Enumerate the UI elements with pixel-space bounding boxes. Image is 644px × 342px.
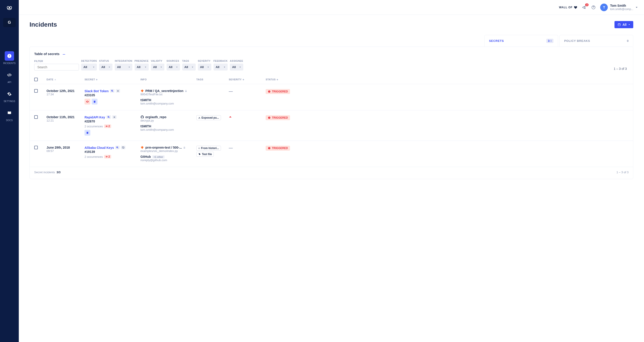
- repo-name[interactable]: PRM / QA_secretInjection: [140, 89, 196, 93]
- select-all-checkbox[interactable]: [34, 78, 38, 81]
- tag-chip[interactable]: Test file: [196, 152, 214, 157]
- wall-of-love-link[interactable]: WALL OF: [559, 6, 578, 9]
- secrets-card: Table of secrets FILTER DETECTORS All: [30, 47, 633, 179]
- sidebar-item-settings[interactable]: SETTINGS: [3, 88, 16, 104]
- filter-assignee[interactable]: All: [230, 64, 243, 71]
- tag-chip[interactable]: From histori...: [196, 146, 221, 151]
- chevron-down-icon: [239, 66, 241, 68]
- filter-tags[interactable]: All: [182, 64, 196, 71]
- filter-validity[interactable]: All: [151, 64, 164, 71]
- pager-bottom: 1 – 3 of 3: [616, 171, 628, 174]
- repo-name[interactable]: prm-onprem-test / 500-...: [140, 146, 196, 149]
- page-title: Incidents: [30, 21, 57, 28]
- row-checkbox[interactable]: [34, 115, 38, 119]
- author-email: tom.smith@company.com: [140, 102, 196, 105]
- clipboard-badge-icon: [84, 130, 90, 136]
- chevron-down-icon: [176, 66, 178, 68]
- row-time: 17:34: [46, 93, 84, 96]
- filter-presence[interactable]: All: [134, 64, 149, 71]
- secret-id: #19139: [84, 150, 140, 154]
- author-name: GitHub+1 other: [140, 155, 196, 158]
- row-checkbox[interactable]: [34, 146, 38, 149]
- filter-detectors[interactable]: All: [81, 64, 97, 71]
- svg-rect-10: [94, 100, 95, 101]
- secret-name-link[interactable]: Slack Bot Token: [84, 89, 109, 93]
- logo-icon: [5, 4, 14, 13]
- repo-name[interactable]: org/auth_repo: [140, 115, 196, 119]
- filter-status[interactable]: All: [99, 64, 112, 71]
- date-filter-button[interactable]: All: [614, 21, 633, 28]
- filter-label-tags: TAGS: [182, 60, 196, 62]
- chevron-down-icon: [93, 66, 94, 68]
- user-name: Tom Smith: [610, 4, 633, 8]
- tab-policy-breaks[interactable]: POLICY BREAKS 0: [560, 35, 633, 47]
- sidebar-item-api[interactable]: API: [3, 69, 16, 85]
- filter-label-assignee: ASSIGNEE: [230, 60, 243, 62]
- filter-label-validity: VALIDITY: [151, 60, 164, 62]
- col-info: INFO: [140, 78, 196, 81]
- svg-point-7: [37, 67, 37, 67]
- search-input-wrapper[interactable]: [34, 64, 79, 71]
- tab-secrets[interactable]: SECRETS 3/3: [484, 35, 558, 47]
- secret-name-link[interactable]: Alibaba Cloud Keys: [84, 146, 114, 150]
- svg-rect-19: [269, 118, 270, 118]
- ban-icon[interactable]: [121, 146, 126, 149]
- col-secret[interactable]: SECRET ◆: [84, 78, 140, 81]
- col-status[interactable]: STATUS ◆: [266, 78, 628, 81]
- search-input[interactable]: [37, 65, 76, 69]
- help-button[interactable]: [591, 5, 596, 10]
- wall-of-label: WALL OF: [559, 6, 573, 9]
- tab-policy-label: POLICY BREAKS: [564, 39, 590, 43]
- svg-rect-16: [87, 131, 88, 132]
- workspace-letter: G: [8, 20, 11, 25]
- file-path: 99543TestFile.txt: [140, 93, 196, 96]
- chevron-down-icon: [128, 66, 130, 68]
- author-email: tom.smith@company.com: [140, 128, 196, 131]
- col-severity[interactable]: SEVERITY ◆: [229, 78, 266, 81]
- sidebar: G INCIDENTS API SETTINGS DOCS: [0, 0, 19, 342]
- user-menu[interactable]: T Tom Smith tom.smith@comp...: [600, 4, 638, 11]
- settings-icon: [5, 89, 14, 99]
- chevron-down-icon: [628, 24, 630, 26]
- sidebar-label-incidents: INCIDENTS: [3, 62, 16, 65]
- chevron-down-icon: [636, 6, 638, 9]
- secret-name-link[interactable]: RapidAPI Key: [84, 116, 105, 119]
- sidebar-item-docs[interactable]: DOCS: [3, 107, 16, 123]
- tag-chip[interactable]: Exposed pu...: [196, 115, 221, 120]
- download-button[interactable]: [62, 52, 66, 56]
- zoom-icon[interactable]: [115, 146, 120, 149]
- filter-label-feedback: FEEDBACK: [214, 60, 228, 62]
- row-checkbox[interactable]: [34, 89, 38, 93]
- filter-severity[interactable]: All: [198, 64, 211, 71]
- dismiss-icon[interactable]: [112, 115, 116, 119]
- sidebar-item-incidents[interactable]: INCIDENTS: [3, 50, 16, 66]
- announcements-button[interactable]: 3: [582, 5, 587, 10]
- col-date[interactable]: DATE ▲: [46, 78, 84, 81]
- workspace-switcher[interactable]: G: [3, 18, 16, 27]
- notification-badge: 3: [585, 3, 589, 6]
- table-row[interactable]: October 12th, 202117:34 Slack Bot Token …: [30, 84, 633, 110]
- sidebar-label-docs: DOCS: [6, 119, 13, 122]
- filter-sources[interactable]: All: [166, 64, 180, 71]
- occurrences: 2 occurrences 2: [84, 155, 140, 158]
- svg-point-1: [10, 7, 12, 9]
- svg-rect-23: [269, 148, 270, 148]
- chevron-down-icon: [192, 66, 194, 68]
- filter-integration[interactable]: All: [115, 64, 132, 71]
- date-filter-label: All: [622, 23, 626, 27]
- table-row[interactable]: October 11th, 202112:21 RapidAPI Key #22…: [30, 110, 633, 141]
- filter-label-presence: PRESENCE: [134, 60, 149, 62]
- zoom-icon[interactable]: [106, 115, 111, 119]
- filter-feedback[interactable]: All: [214, 64, 228, 71]
- chevron-down-icon: [145, 66, 146, 68]
- zoom-icon[interactable]: [110, 89, 114, 93]
- author-name: tSMITH: [140, 98, 196, 102]
- row-time: 09:57: [46, 149, 84, 153]
- download-icon: [62, 52, 66, 55]
- severity-none: —: [229, 146, 233, 150]
- row-time: 12:21: [46, 119, 84, 122]
- sidebar-label-api: API: [8, 81, 12, 84]
- secret-id: #23105: [84, 93, 140, 97]
- table-row[interactable]: June 29th, 201809:57 Alibaba Cloud Keys …: [30, 141, 633, 167]
- dismiss-icon[interactable]: [116, 89, 120, 93]
